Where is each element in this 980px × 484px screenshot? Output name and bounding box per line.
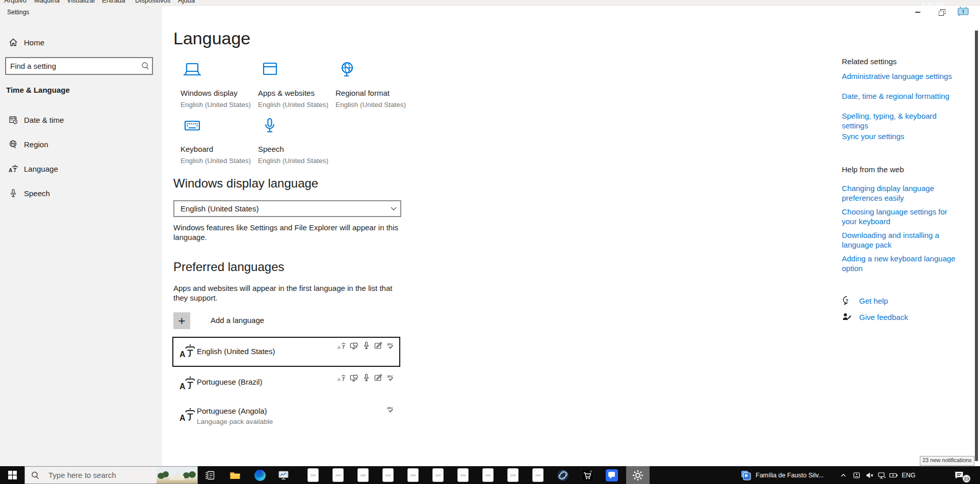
link-administrative-language-settings[interactable]: Administrative language settings <box>842 71 963 81</box>
tray-app-button[interactable]: Família de Fausto Silv... <box>740 466 832 484</box>
sim-app-button[interactable]: SIM <box>353 466 373 484</box>
search-highlight-image[interactable] <box>157 467 197 483</box>
sim-app-button[interactable]: SIM <box>403 466 423 484</box>
globe-app-button[interactable] <box>552 466 574 484</box>
language-feature-icons: A abc <box>338 341 395 350</box>
vm-menu-entrada[interactable]: Entrada <box>102 0 125 4</box>
card-title: Speech <box>258 145 334 153</box>
link-date-time-regional-formatting[interactable]: Date, time & regional formatting <box>842 91 963 101</box>
sim-app-button[interactable]: SIM <box>303 466 323 484</box>
link-sync-your-settings[interactable]: Sync your settings <box>842 131 963 141</box>
blue-flag-app-button[interactable] <box>601 466 623 484</box>
vm-menu-arquivo[interactable]: Arquivo <box>4 0 27 4</box>
vbox-notification-button[interactable]: ! <box>957 6 970 18</box>
tray-expand-button[interactable] <box>837 466 849 484</box>
vm-window-icon <box>853 471 861 479</box>
vbox-alert-icon: ! <box>957 6 970 18</box>
taskbar-search-input[interactable] <box>43 470 157 480</box>
svg-text:A: A <box>179 382 186 391</box>
sim-app-button[interactable]: SIM <box>378 466 398 484</box>
card-value: English (United States) <box>336 101 412 109</box>
scrollbar-thumb[interactable] <box>975 31 978 461</box>
vm-menu-dispositivos[interactable]: Dispositivos <box>135 0 170 4</box>
sidebar-item-language[interactable]: A Language <box>0 159 162 178</box>
card-value: English (United States) <box>180 157 257 165</box>
handwriting-icon <box>374 373 383 382</box>
sim-app-button[interactable]: SIM <box>503 466 523 484</box>
card-value: English (United States) <box>258 157 334 165</box>
card-apps-websites[interactable]: Apps & websites English (United States) <box>258 61 334 109</box>
store-cart-app-button[interactable]: ® <box>576 466 599 484</box>
settings-gear-icon <box>632 470 643 481</box>
sim-app-button[interactable]: SIM <box>478 466 498 484</box>
taskbar-search-box <box>24 466 198 484</box>
svg-text:abc: abc <box>387 374 393 379</box>
language-name: Portuguese (Brazil) <box>197 378 262 386</box>
taskbar-clock[interactable]: 5:35 PM 8/28/2025 <box>918 0 948 18</box>
sim-app-button[interactable]: SIM <box>328 466 348 484</box>
vm-menu-ajuda[interactable]: Ajuda <box>178 0 195 4</box>
sidebar-item-speech[interactable]: Speech <box>0 183 162 203</box>
link-changing-display-language[interactable]: Changing display language preferences ea… <box>842 183 962 203</box>
vm-menu-maquina[interactable]: Máquina <box>34 0 60 4</box>
link-adding-keyboard-language[interactable]: Adding a new keyboard language option <box>842 254 962 273</box>
display-language-icon: A <box>338 341 346 350</box>
sim-app-button[interactable]: SIM <box>528 466 548 484</box>
language-row-portuguese-brazil[interactable]: A Portuguese (Brazil) A <box>173 370 399 398</box>
card-windows-display[interactable]: Windows display English (United States) <box>180 61 257 109</box>
tray-language-indicator[interactable]: ENG <box>900 466 917 484</box>
give-feedback-button[interactable]: Give feedback <box>842 312 908 322</box>
start-button[interactable] <box>0 466 24 484</box>
svg-text:A: A <box>9 168 12 173</box>
sim-app-button[interactable]: SIM <box>428 466 448 484</box>
add-language-label: Add a language <box>211 316 264 325</box>
battery-charging-icon <box>889 472 899 479</box>
notifications-tooltip: 23 new notifications <box>920 456 974 466</box>
card-speech[interactable]: Speech English (United States) <box>258 117 334 165</box>
sidebar-date-time-label: Date & time <box>24 116 64 124</box>
link-choosing-language-settings[interactable]: Choosing language settings for your keyb… <box>842 207 962 226</box>
region-globe-icon <box>9 140 18 149</box>
help-from-web-heading: Help from the web <box>842 165 904 174</box>
windows-logo-icon <box>8 471 17 479</box>
display-language-select[interactable]: English (United States) <box>173 200 401 217</box>
text-to-speech-icon <box>350 341 358 350</box>
shopping-cart-icon: ® <box>581 469 594 481</box>
edge-browser-button[interactable] <box>250 466 270 484</box>
settings-app-button[interactable] <box>626 466 650 484</box>
language-row-english-us[interactable]: A English (United States) A <box>172 337 400 367</box>
tray-volume-button[interactable] <box>863 466 875 484</box>
sidebar-item-home[interactable]: Home <box>0 33 162 52</box>
get-help-button[interactable]: ? Get help <box>842 295 888 306</box>
chevron-down-icon <box>387 206 400 212</box>
sidebar-region-label: Region <box>24 140 48 149</box>
tray-battery-button[interactable] <box>887 466 900 484</box>
link-downloading-language-pack[interactable]: Downloading and installing a language pa… <box>842 230 962 250</box>
find-a-setting-input[interactable] <box>6 62 139 70</box>
task-view-button[interactable] <box>200 466 220 484</box>
card-keyboard[interactable]: Keyboard English (United States) <box>180 117 257 165</box>
tray-network-button[interactable] <box>875 466 888 484</box>
sidebar-item-region[interactable]: Region <box>0 135 162 154</box>
link-spelling-typing-keyboard[interactable]: Spelling, typing, & keyboard settings <box>842 111 963 130</box>
card-title: Keyboard <box>180 145 257 153</box>
regional-format-icon <box>336 61 359 80</box>
system-monitor-button[interactable] <box>273 466 294 484</box>
volume-muted-icon <box>865 471 874 479</box>
add-language-button[interactable]: + <box>173 312 190 329</box>
file-explorer-icon <box>229 470 241 480</box>
svg-text:®: ® <box>590 470 592 473</box>
vm-menu-visualizar[interactable]: Visualizar <box>67 0 95 4</box>
preferred-languages-heading: Preferred languages <box>173 260 284 274</box>
sidebar-item-date-time[interactable]: Date & time <box>0 110 162 129</box>
file-explorer-button[interactable] <box>225 466 245 484</box>
sim-app-button[interactable]: SIM <box>453 466 473 484</box>
card-value: English (United States) <box>180 101 257 109</box>
language-row-portuguese-angola[interactable]: A Portuguese (Angola) Language pack avai… <box>173 401 399 429</box>
tray-vm-button[interactable] <box>850 466 863 484</box>
card-title: Apps & websites <box>258 89 334 97</box>
window-title: Settings <box>7 9 29 16</box>
sidebar-home-label: Home <box>24 38 44 47</box>
card-regional-format[interactable]: Regional format English (United States) <box>336 61 412 109</box>
find-a-setting-box <box>5 57 153 75</box>
